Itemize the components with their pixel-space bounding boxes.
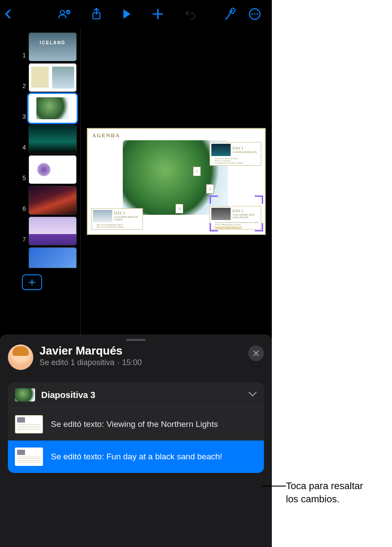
day3-card[interactable]: DAY 3 GLACIERS AND ICE CAVES Sail across… (91, 208, 143, 230)
more-icon[interactable] (248, 7, 261, 21)
back-icon[interactable] (3, 7, 14, 21)
activity-summary: Se editó 1 diapositiva·15:00 (39, 358, 142, 367)
format-icon[interactable] (224, 7, 236, 21)
slide-thumb-8[interactable] (26, 247, 77, 268)
slide-thumb-2[interactable]: 2 (22, 63, 77, 92)
slide-title: AGENDA (92, 132, 120, 139)
close-button[interactable] (248, 345, 264, 361)
activity-edit-row[interactable]: Se editó texto: Viewing of the Northern … (8, 408, 264, 440)
svg-point-5 (251, 13, 253, 15)
slide-thumb-7[interactable]: 7 (22, 217, 77, 245)
svg-point-1 (66, 10, 70, 14)
day1-card[interactable]: DAY 1 AURORA BOREALIS Lecture on aurora … (210, 142, 261, 166)
slide-thumb-1[interactable]: 1 (22, 32, 77, 61)
collaborate-icon[interactable] (58, 8, 71, 20)
edit-thumb (15, 448, 43, 466)
day2-card[interactable]: DAY 2 VOLCANOES AND LAVA FIELDS Trip to … (210, 206, 261, 230)
callout-leader (262, 486, 286, 487)
slide-thumb-5[interactable]: 5 (22, 155, 77, 184)
editor-area: 1 2 3 4 5 6 7 AGENDA 1 2 (0, 28, 272, 334)
svg-point-6 (254, 13, 256, 15)
svg-point-7 (257, 13, 258, 15)
play-icon[interactable] (122, 8, 132, 20)
add-icon[interactable] (152, 8, 164, 20)
activity-slide-header[interactable]: Diapositiva 3 (8, 382, 264, 408)
undo-icon (184, 8, 196, 20)
slide-thumb-4[interactable]: 4 (22, 124, 77, 153)
slide-thumb-6[interactable]: 6 (22, 186, 77, 215)
activity-edit-row-selected[interactable]: Se editó texto: Fun day at a black sand … (8, 440, 264, 473)
current-slide[interactable]: AGENDA 1 2 3 DAY 1 AURORA BOREALIS Lectu… (87, 128, 266, 235)
slide-navigator[interactable]: 1 2 3 4 5 6 7 (0, 28, 81, 334)
svg-rect-3 (230, 8, 235, 14)
avatar (8, 345, 33, 370)
sheet-grabber[interactable] (126, 339, 146, 341)
callout-text: Toca para resaltarlos cambios. (286, 480, 388, 505)
slide-canvas[interactable]: AGENDA 1 2 3 DAY 1 AURORA BOREALIS Lectu… (81, 28, 272, 334)
share-icon[interactable] (91, 7, 102, 21)
activity-card: Diapositiva 3 Se editó texto: Viewing of… (8, 382, 264, 473)
slide-thumb-3[interactable]: 3 (22, 94, 77, 123)
add-slide-button[interactable] (22, 274, 42, 290)
edit-thumb (15, 415, 43, 433)
toolbar (0, 0, 272, 28)
activity-panel: Javier Marqués Se editó 1 diapositiva·15… (0, 334, 272, 547)
activity-author: Javier Marqués (39, 345, 142, 357)
svg-point-0 (61, 11, 64, 14)
activity-slide-thumb (15, 388, 35, 401)
chevron-down-icon (248, 391, 257, 399)
